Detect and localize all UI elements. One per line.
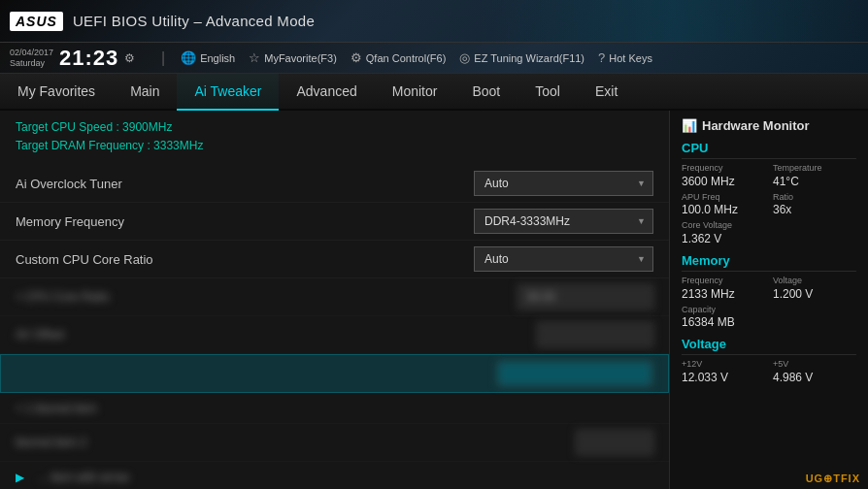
target-cpu-speed: Target CPU Speed : 3900MHz (16, 118, 653, 137)
ai-overclock-select-wrapper[interactable]: Auto Manual X.M.P. (474, 171, 653, 196)
eztuning-icon: ◎ (459, 50, 470, 65)
memory-freq-control: Auto DDR4-2133MHz DDR4-2400MHz DDR4-2666… (474, 209, 653, 234)
blurred-label-6: ... item with arrow (38, 471, 129, 484)
hw-cpu-grid: Frequency 3600 MHz Temperature 41°C APU … (682, 163, 856, 216)
qfan-label: Qfan Control(F6) (366, 52, 447, 64)
memory-freq-select[interactable]: Auto DDR4-2133MHz DDR4-2400MHz DDR4-2666… (474, 209, 653, 234)
blurred-row-2: AV Offset (0, 316, 669, 354)
asus-logo: ASUS (10, 12, 63, 31)
toolbar-myfavorite[interactable]: ☆ MyFavorite(F3) (249, 50, 337, 65)
second-bar: 02/04/2017 Saturday 21:23 ⚙ | 🌐 English … (0, 43, 868, 74)
blurred-value-3 (497, 361, 652, 386)
blurred-value-1: 36.00 (517, 284, 653, 310)
hotkeys-icon: ? (598, 50, 605, 65)
blurred-label-1: + CPU Core Ratio (16, 290, 109, 304)
hw-5v-cell: +5V 4.986 V (773, 359, 856, 384)
ai-overclock-label: Ai Overclock Tuner (16, 177, 474, 191)
toolbar-eztuning[interactable]: ◎ EZ Tuning Wizard(F11) (459, 50, 584, 65)
separator-1: | (161, 49, 165, 67)
nav-exit[interactable]: Exit (578, 74, 635, 111)
blurred-row-highlight (0, 354, 669, 393)
toolbar-language[interactable]: 🌐 English (181, 50, 235, 65)
blurred-value-5 (576, 430, 653, 455)
content-area: Target CPU Speed : 3900MHz Target DRAM F… (0, 111, 868, 489)
hotkeys-label: Hot Keys (609, 52, 652, 64)
setting-row-cpu-core-ratio: Custom CPU Core Ratio Auto Sync All Core… (0, 241, 669, 278)
language-label: English (200, 52, 235, 64)
ai-overclock-select[interactable]: Auto Manual X.M.P. (474, 171, 653, 196)
memory-freq-label: Memory Frequency (16, 214, 474, 229)
nav-boot[interactable]: Boot (454, 74, 517, 111)
target-dram-freq: Target DRAM Frequency : 3333MHz (16, 137, 653, 155)
hw-12v-cell: +12V 12.033 V (682, 359, 765, 384)
nav-main[interactable]: Main (113, 74, 177, 111)
cpu-core-ratio-label: Custom CPU Core Ratio (16, 252, 474, 267)
nav-tool[interactable]: Tool (517, 74, 578, 111)
nav-arrow-icon: ▶ (16, 471, 24, 484)
qfan-icon: ⚙ (351, 50, 362, 65)
blurred-row-6: ▶ ... item with arrow (0, 462, 669, 489)
cpu-core-ratio-select[interactable]: Auto Sync All Cores Per Core (474, 246, 653, 272)
setting-row-ai-overclock: Ai Overclock Tuner Auto Manual X.M.P. (0, 165, 669, 203)
hw-cpu-apufreq-cell: APU Freq 100.0 MHz (682, 192, 765, 217)
blurred-row-5: blurred item 2 (0, 424, 669, 462)
nav-my-favorites[interactable]: My Favorites (0, 74, 113, 111)
toolbar-qfan[interactable]: ⚙ Qfan Control(F6) (351, 50, 447, 65)
setting-row-memory-freq: Memory Frequency Auto DDR4-2133MHz DDR4-… (0, 203, 669, 241)
blurred-row-1: + CPU Core Ratio 36.00 (0, 278, 669, 316)
date-display: 02/04/2017 Saturday (10, 48, 53, 69)
hw-monitor-icon: 📊 (682, 118, 697, 133)
hw-voltage-grid: +12V 12.033 V +5V 4.986 V (682, 359, 856, 384)
hw-memory-grid: Frequency 2133 MHz Voltage 1.200 V (682, 276, 856, 301)
blurred-label-5: blurred item 2 (16, 436, 86, 449)
time-display: 21:23 (59, 46, 118, 71)
eztuning-label: EZ Tuning Wizard(F11) (474, 52, 584, 64)
bios-title: UEFI BIOS Utility – Advanced Mode (73, 13, 315, 29)
hardware-monitor-panel: 📊 Hardware Monitor CPU Frequency 3600 MH… (669, 111, 868, 489)
hw-mem-capacity-cell: Capacity 16384 MB (682, 305, 856, 330)
top-bar: ASUS UEFI BIOS Utility – Advanced Mode (0, 0, 868, 43)
hw-cpu-corevoltage-cell: Core Voltage 1.362 V (682, 220, 856, 245)
blurred-row-4: + 1 blurred item (0, 393, 669, 424)
cpu-core-ratio-control: Auto Sync All Cores Per Core (474, 246, 653, 272)
hw-voltage-section: Voltage (682, 337, 856, 355)
hw-cpu-freq-cell: Frequency 3600 MHz (682, 163, 765, 188)
toolbar: 🌐 English ☆ MyFavorite(F3) ⚙ Qfan Contro… (181, 50, 652, 65)
nav-ai-tweaker[interactable]: Ai Tweaker (177, 74, 279, 111)
nav-monitor[interactable]: Monitor (375, 74, 455, 111)
hw-mem-voltage-cell: Voltage 1.200 V (773, 276, 856, 301)
hw-cpu-section: CPU (682, 141, 856, 159)
settings-area: Ai Overclock Tuner Auto Manual X.M.P. Me… (0, 159, 669, 489)
nav-bar: My Favorites Main Ai Tweaker Advanced Mo… (0, 74, 868, 111)
blurred-label-4: + 1 blurred item (16, 402, 97, 415)
nav-advanced[interactable]: Advanced (279, 74, 374, 111)
watermark: UG⊕TFIX (806, 473, 860, 485)
target-info: Target CPU Speed : 3900MHz Target DRAM F… (0, 111, 669, 159)
hw-monitor-title: 📊 Hardware Monitor (682, 118, 856, 133)
datetime-section: 02/04/2017 Saturday 21:23 ⚙ (10, 46, 146, 71)
main-panel: Target CPU Speed : 3900MHz Target DRAM F… (0, 111, 669, 489)
hw-cpu-ratio-cell: Ratio 36x (773, 192, 856, 217)
settings-icon[interactable]: ⚙ (124, 51, 135, 65)
favorite-label: MyFavorite(F3) (264, 52, 337, 64)
ai-overclock-control: Auto Manual X.M.P. (474, 171, 653, 196)
hw-cpu-temp-cell: Temperature 41°C (773, 163, 856, 188)
favorite-icon: ☆ (249, 50, 260, 65)
blurred-label-2: AV Offset (16, 328, 64, 342)
language-icon: 🌐 (181, 50, 196, 65)
toolbar-hotkeys[interactable]: ? Hot Keys (598, 50, 652, 65)
memory-freq-select-wrapper[interactable]: Auto DDR4-2133MHz DDR4-2400MHz DDR4-2666… (474, 209, 653, 234)
hw-memory-section: Memory (682, 253, 856, 272)
hw-mem-freq-cell: Frequency 2133 MHz (682, 276, 765, 301)
blurred-value-2 (537, 322, 653, 347)
cpu-core-ratio-select-wrapper[interactable]: Auto Sync All Cores Per Core (474, 246, 653, 272)
